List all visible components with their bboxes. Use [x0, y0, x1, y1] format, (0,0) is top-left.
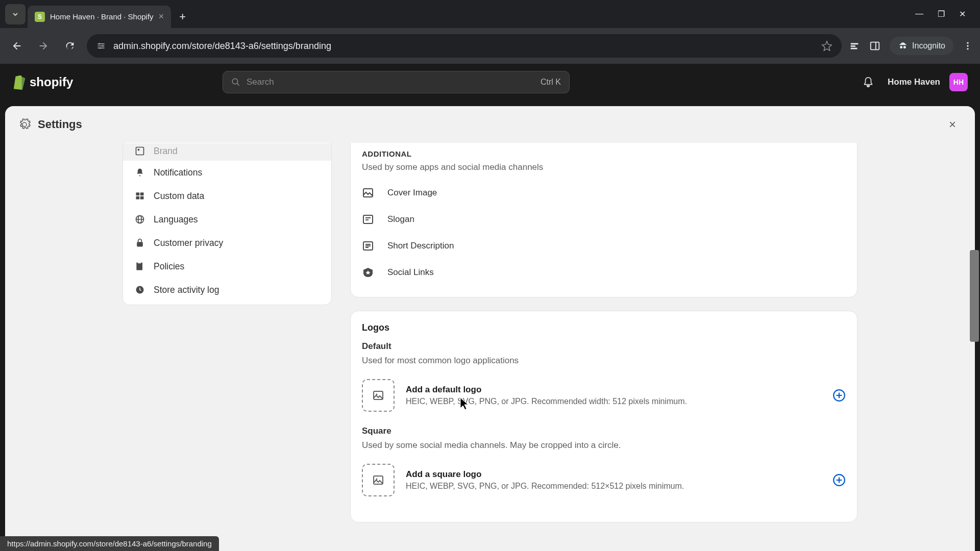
default-logo-upload[interactable]: Add a default logo HEIC, WEBP, SVG, PNG,…	[351, 376, 857, 426]
additional-title: ADDITIONAL	[351, 149, 857, 162]
square-logo-upload[interactable]: Add a square logo HEIC, WEBP, SVG, PNG, …	[351, 461, 857, 511]
search-bar[interactable]: Search Ctrl K	[223, 71, 570, 93]
settings-sidebar: Brand Notifications Custom data Language…	[122, 143, 332, 551]
sidebar-item-customer-privacy[interactable]: Customer privacy	[123, 231, 331, 255]
svg-rect-13	[136, 147, 144, 155]
back-button[interactable]	[7, 36, 27, 56]
upload-hint: HEIC, WEBP, SVG, PNG, or JPG. Recommende…	[406, 482, 821, 491]
maximize-icon[interactable]: ❐	[938, 9, 945, 19]
settings-panel: Settings × Brand Notifications Custom da…	[5, 106, 975, 551]
data-icon	[134, 190, 145, 202]
search-shortcut: Ctrl K	[541, 78, 561, 87]
tab-bar: S Home Haven · Brand · Shopify × + — ❐ ✕	[0, 0, 980, 28]
site-settings-icon[interactable]	[96, 41, 106, 51]
extensions-icon[interactable]	[849, 40, 860, 52]
search-icon	[231, 78, 240, 87]
social-icon	[362, 266, 374, 279]
sidebar-item-custom-data[interactable]: Custom data	[123, 184, 331, 208]
tab-close-icon[interactable]: ×	[159, 11, 164, 22]
sidebar-label: Customer privacy	[154, 238, 223, 248]
logos-card: Logos Default Used for most common logo …	[350, 311, 857, 522]
store-name[interactable]: Home Haven	[888, 77, 940, 87]
shopify-bag-icon	[12, 74, 27, 90]
upload-hint: HEIC, WEBP, SVG, PNG, or JPG. Recommende…	[406, 397, 821, 406]
additional-card: ADDITIONAL Used by some apps and social …	[350, 143, 857, 297]
settings-header: Settings ×	[5, 106, 975, 143]
upload-thumb-icon	[362, 379, 395, 412]
svg-point-1	[102, 45, 104, 46]
shopify-logo[interactable]: shopify	[12, 74, 73, 90]
notifications-button[interactable]	[858, 72, 878, 92]
brand-icon	[134, 145, 145, 157]
option-label: Short Description	[387, 241, 454, 251]
svg-rect-16	[140, 192, 144, 195]
svg-rect-18	[140, 196, 144, 199]
settings-body: Brand Notifications Custom data Language…	[5, 143, 975, 551]
activity-icon	[134, 284, 145, 295]
incognito-label: Incognito	[912, 41, 945, 51]
minimize-icon[interactable]: —	[915, 9, 923, 19]
address-bar-row: admin.shopify.com/store/de8143-a6/settin…	[0, 28, 980, 64]
upload-thumb-icon	[362, 464, 395, 496]
reload-button[interactable]	[60, 36, 80, 56]
square-logo-desc: Used by some social media channels. May …	[351, 440, 857, 461]
header-right: Home Haven HH	[858, 72, 968, 92]
add-circle-icon[interactable]	[832, 389, 846, 402]
sidebar-label: Policies	[154, 261, 184, 272]
svg-point-0	[99, 43, 100, 44]
browser-menu-icon[interactable]	[963, 41, 973, 51]
option-label: Social Links	[387, 267, 434, 278]
settings-title: Settings	[38, 118, 82, 131]
image-icon	[362, 187, 374, 199]
address-bar[interactable]: admin.shopify.com/store/de8143-a6/settin…	[87, 34, 842, 58]
sidebar-label: Notifications	[154, 167, 202, 178]
window-controls: — ❐ ✕	[915, 9, 975, 19]
main-content[interactable]: ADDITIONAL Used by some apps and social …	[350, 143, 857, 551]
sidebar-card: Brand Notifications Custom data Language…	[122, 143, 332, 305]
svg-rect-3	[851, 43, 859, 45]
avatar[interactable]: HH	[949, 73, 968, 91]
svg-rect-22	[137, 242, 143, 246]
option-slogan[interactable]: Slogan	[351, 206, 857, 233]
scrollbar-thumb[interactable]	[970, 250, 979, 342]
sidebar-item-brand[interactable]: Brand	[123, 143, 331, 161]
close-settings-button[interactable]: ×	[943, 115, 962, 134]
sidebar-label: Store activity log	[154, 285, 219, 295]
option-label: Cover Image	[387, 188, 437, 198]
svg-rect-23	[136, 263, 142, 270]
sidebar-label: Languages	[154, 214, 198, 225]
bell-icon	[134, 167, 145, 178]
policy-icon	[134, 261, 145, 272]
close-window-icon[interactable]: ✕	[959, 9, 966, 19]
sidebar-label: Custom data	[154, 191, 204, 202]
incognito-badge[interactable]: Incognito	[890, 37, 953, 55]
tab-search-dropdown[interactable]	[5, 4, 26, 24]
forward-button[interactable]	[34, 36, 53, 56]
sidebar-item-store-activity-log[interactable]: Store activity log	[123, 278, 331, 302]
sidebar-item-policies[interactable]: Policies	[123, 255, 331, 278]
svg-point-8	[967, 42, 968, 44]
browser-tab[interactable]: S Home Haven · Brand · Shopify ×	[28, 6, 171, 28]
option-cover-image[interactable]: Cover Image	[351, 180, 857, 206]
incognito-icon	[898, 41, 908, 51]
add-circle-icon[interactable]	[832, 473, 846, 487]
sidebar-item-notifications[interactable]: Notifications	[123, 161, 331, 184]
bookmark-star-icon[interactable]	[821, 40, 832, 52]
additional-desc: Used by some apps and social media chann…	[351, 162, 857, 180]
svg-rect-4	[851, 45, 855, 47]
new-tab-button[interactable]: +	[173, 10, 192, 23]
option-short-description[interactable]: Short Description	[351, 233, 857, 259]
upload-text: Add a default logo HEIC, WEBP, SVG, PNG,…	[406, 385, 821, 406]
status-bar: https://admin.shopify.com/store/de8143-a…	[0, 536, 219, 551]
default-logo-heading: Default	[351, 341, 857, 356]
panel-icon[interactable]	[869, 40, 880, 52]
sidebar-item-languages[interactable]: Languages	[123, 208, 331, 231]
desc-icon	[362, 240, 374, 252]
search-placeholder: Search	[247, 77, 534, 87]
shopify-favicon: S	[35, 12, 45, 22]
option-social-links[interactable]: Social Links	[351, 259, 857, 286]
url-text: admin.shopify.com/store/de8143-a6/settin…	[113, 41, 814, 52]
svg-point-2	[100, 47, 101, 49]
browser-right-icons: Incognito	[849, 37, 973, 55]
svg-rect-6	[871, 42, 879, 50]
